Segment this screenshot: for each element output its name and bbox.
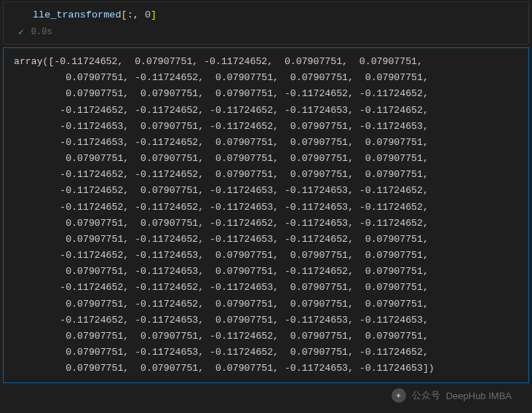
- code-input-area[interactable]: lle_transformed[:, 0]: [4, 2, 528, 23]
- watermark: ✦ 公众号 DeepHub IMBA: [392, 388, 512, 403]
- slice-colon: :: [127, 9, 133, 20]
- execution-status-row: ✓ 0.0s: [4, 23, 528, 44]
- code-line: lle_transformed[:, 0]: [33, 9, 156, 20]
- execution-time: 0.0s: [31, 27, 52, 37]
- code-index: 0: [145, 9, 151, 20]
- cell-output[interactable]: array([-0.11724652, 0.07907751, -0.11724…: [3, 47, 529, 383]
- notebook-cell: ⋮ lle_transformed[:, 0] ✓ 0.0s: [3, 1, 529, 44]
- wechat-icon: ✦: [392, 388, 406, 403]
- watermark-text: DeepHub IMBA: [446, 390, 512, 401]
- check-icon: ✓: [18, 26, 24, 38]
- watermark-prefix: 公众号: [412, 389, 440, 402]
- code-identifier: lle_transformed: [33, 9, 122, 20]
- close-bracket: ]: [151, 9, 156, 20]
- code-comma: ,: [133, 9, 145, 20]
- open-bracket: [: [122, 9, 127, 20]
